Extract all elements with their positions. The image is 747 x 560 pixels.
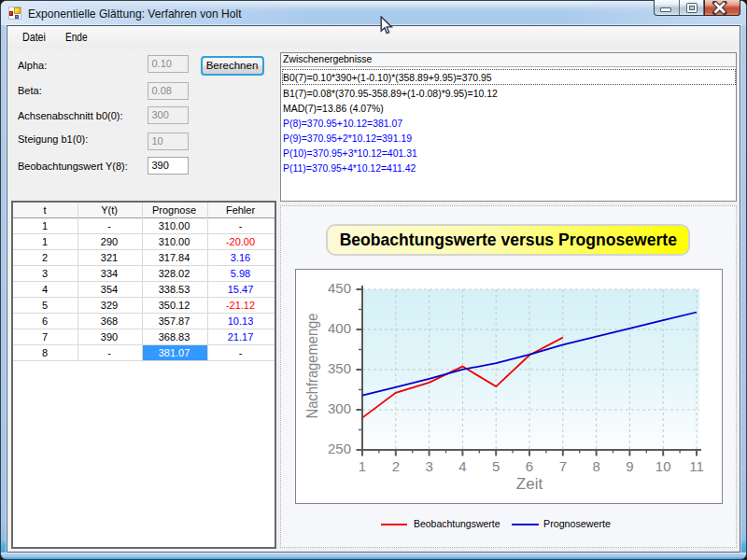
svg-text:7: 7 [559, 458, 567, 474]
svg-text:Nachfragemenge: Nachfragemenge [303, 313, 321, 418]
svg-text:6: 6 [526, 458, 533, 474]
svg-text:8: 8 [592, 458, 599, 474]
svg-text:1: 1 [359, 458, 366, 474]
svg-text:350: 350 [328, 360, 351, 376]
svg-text:400: 400 [328, 320, 351, 336]
svg-text:10: 10 [655, 458, 671, 474]
svg-text:3: 3 [425, 458, 432, 474]
svg-text:450: 450 [328, 280, 351, 296]
svg-text:4: 4 [458, 458, 466, 474]
svg-text:2: 2 [392, 458, 400, 474]
svg-text:300: 300 [328, 400, 351, 416]
svg-text:250: 250 [328, 441, 351, 456]
svg-text:Zeit: Zeit [516, 475, 543, 493]
svg-text:9: 9 [626, 458, 633, 474]
svg-text:11: 11 [689, 458, 704, 474]
svg-text:5: 5 [492, 458, 500, 474]
